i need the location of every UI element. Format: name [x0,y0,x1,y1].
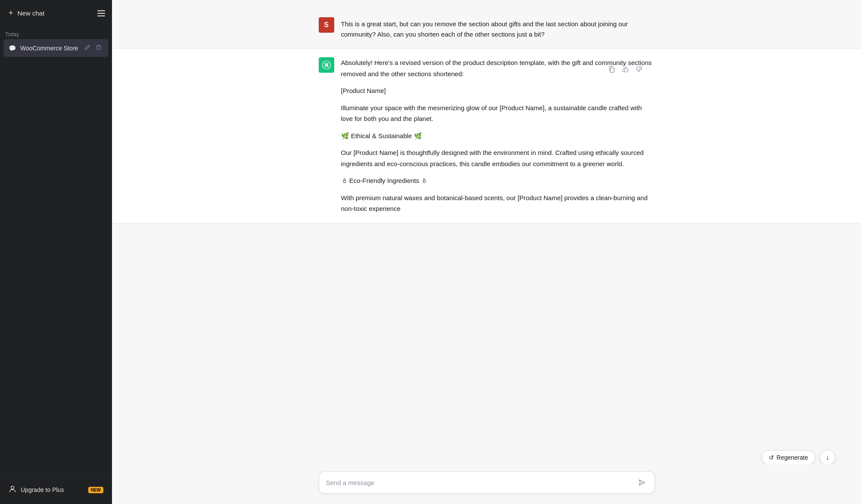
input-area [112,464,861,504]
sidebar-top: + New chat [0,0,112,26]
message-input[interactable] [326,479,636,486]
user-message: S This is a great start, but can you rem… [112,9,861,48]
send-button[interactable] [636,477,647,488]
ai-section2-title: 🕯 Eco-Friendly Ingredients 🕯 [341,175,655,186]
sidebar: + New chat Today 💬 WooCommerce Store [0,0,112,504]
delete-chat-button[interactable] [94,43,103,53]
ai-section1-title: 🌿 Ethical & Sustainable 🌿 [341,130,655,142]
scroll-down-icon: ↓ [826,454,829,461]
thumbs-up-button[interactable] [620,64,631,76]
message-input-wrapper [319,471,655,494]
upgrade-button[interactable]: Upgrade to Plus NEW [3,481,109,499]
regenerate-icon: ↺ [769,454,774,461]
regenerate-button[interactable]: ↺ Regenerate [762,450,815,465]
ai-tagline: Illuminate your space with the mesmerizi… [341,102,655,124]
delete-icon [96,44,102,50]
svg-rect-0 [97,10,105,11]
person-icon [9,485,16,493]
thumbs-up-icon [622,66,629,73]
copy-button[interactable] [606,64,617,76]
ai-section2-text: With premium natural waxes and botanical… [341,192,655,214]
svg-point-3 [11,486,14,489]
ai-avatar [319,57,334,73]
sidebar-footer: Upgrade to Plus NEW [0,475,112,504]
regenerate-label: Regenerate [777,454,808,461]
svg-rect-4 [610,68,614,72]
plus-icon: + [9,9,13,18]
layout-toggle-button[interactable] [94,7,109,20]
scroll-down-button[interactable]: ↓ [820,450,835,465]
chat-item-label: WooCommerce Store [20,45,78,52]
new-chat-label: New chat [18,9,45,17]
copy-icon [608,66,615,73]
layout-icon [97,10,105,16]
new-chat-button[interactable]: + New chat [3,4,90,22]
ai-message-content: Absolutely! Here's a revised version of … [341,57,655,214]
ai-section1-text: Our [Product Name] is thoughtfully desig… [341,147,655,169]
edit-icon [84,44,90,50]
send-icon [638,479,646,486]
chat-item-actions [83,43,103,53]
main-content: S This is a great start, but can you rem… [112,0,861,504]
ai-product-name: [Product Name] [341,85,655,96]
thumbs-down-button[interactable] [634,64,644,76]
svg-rect-2 [97,15,105,16]
thumbs-down-icon [636,66,643,73]
openai-logo [322,60,331,70]
floating-actions: ↺ Regenerate ↓ [762,450,835,465]
upgrade-label: Upgrade to Plus [21,486,64,493]
user-message-text: This is a great start, but can you remov… [341,17,655,40]
chat-messages: S This is a great start, but can you rem… [112,0,861,464]
svg-rect-1 [97,13,105,14]
user-avatar: S [319,17,334,33]
edit-chat-button[interactable] [83,43,92,53]
chat-icon: 💬 [9,45,16,52]
ai-actions [606,64,644,76]
new-badge: NEW [88,487,103,493]
user-icon [9,485,16,495]
chat-history-item[interactable]: 💬 WooCommerce Store [3,39,109,57]
ai-message: Absolutely! Here's a revised version of … [112,48,861,223]
today-label: Today [0,26,112,39]
